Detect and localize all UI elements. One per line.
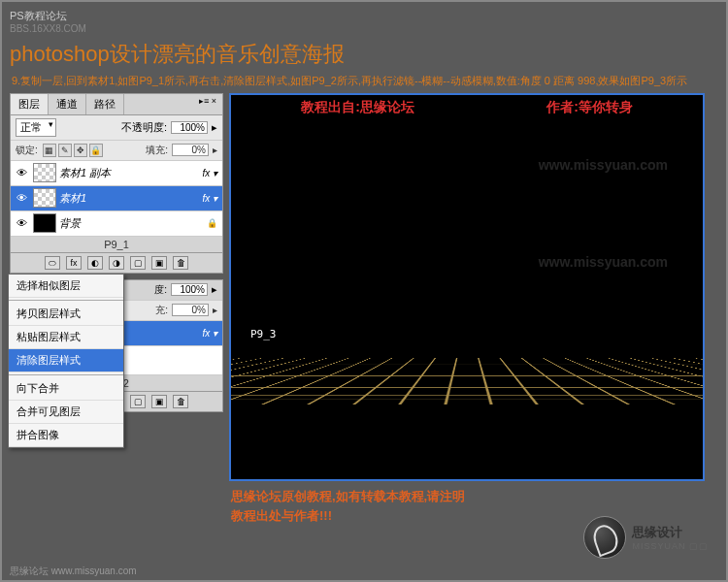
fx-badge[interactable]: fx ▾	[202, 193, 217, 204]
canvas-label: P9_3	[250, 328, 277, 340]
ctx-item[interactable]: 拷贝图层样式	[9, 303, 123, 326]
credit-source: 教程出自:思缘论坛	[301, 99, 414, 116]
lock-transparent-icon[interactable]: ▦	[43, 144, 56, 157]
layer-row[interactable]: 👁背景🔒	[11, 211, 222, 237]
logo-icon	[583, 516, 626, 559]
opacity-input[interactable]: 100%	[171, 121, 208, 134]
trash-icon[interactable]: 🗑	[173, 256, 188, 270]
fill-label: 填充:	[146, 144, 168, 157]
layer-row[interactable]: 👁素材1 副本fx ▾	[11, 161, 222, 186]
fill-input[interactable]: 0%	[172, 144, 209, 156]
lock-paint-icon[interactable]: ✎	[58, 144, 72, 157]
footer-text: 思缘论坛 www.missyuan.com	[10, 565, 137, 578]
step-text: 9.复制一层,回到素材1,如图P9_1所示,再右击,清除图层样式,如图P9_2所…	[2, 73, 726, 89]
logo: 思缘设计 MISSYUAN ▢▢	[583, 516, 709, 559]
layers-list: 👁素材1 副本fx ▾👁素材1fx ▾👁背景🔒	[11, 161, 222, 237]
panel-menu-icon[interactable]: ▸≡ ×	[193, 94, 222, 114]
visibility-icon[interactable]: 👁	[13, 217, 30, 229]
fill-input-2[interactable]: 0%	[172, 304, 209, 316]
figure-label-1: P9_1	[11, 237, 222, 252]
lock-label: 锁定:	[16, 144, 38, 157]
layer-thumb	[33, 163, 56, 182]
blend-mode-select[interactable]: 正常	[16, 118, 56, 137]
fx-icon[interactable]: fx	[66, 256, 82, 270]
forum-label: PS教程论坛	[10, 6, 718, 23]
ctx-item[interactable]: 粘贴图层样式	[9, 326, 123, 349]
opacity-input-2[interactable]: 100%	[171, 283, 208, 296]
perspective-grid	[231, 363, 703, 479]
ctx-item[interactable]: 拼合图像	[9, 424, 123, 447]
ctx-item[interactable]: 向下合并	[9, 377, 123, 401]
mask-icon[interactable]: ◐	[87, 256, 103, 270]
folder-icon[interactable]: ▢	[130, 395, 146, 408]
opacity-label: 不透明度:	[121, 120, 167, 135]
panel-footer: ⬭ fx ◐ ◑ ▢ ▣ 🗑	[11, 252, 222, 273]
layer-thumb	[33, 213, 56, 233]
bbs-url: BBS.16XX8.COM	[10, 23, 718, 34]
trash-icon[interactable]: 🗑	[173, 395, 188, 408]
credit-author: 作者:等你转身	[546, 99, 633, 116]
tab-channels[interactable]: 通道	[49, 94, 86, 114]
canvas-preview: 教程出自:思缘论坛 作者:等你转身 P9_3	[229, 93, 705, 481]
visibility-icon[interactable]: 👁	[13, 192, 30, 204]
adjust-icon[interactable]: ◑	[109, 256, 124, 270]
ctx-item[interactable]: 清除图层样式	[9, 349, 123, 372]
ctx-item[interactable]: 合并可见图层	[9, 401, 123, 424]
tab-paths[interactable]: 路径	[86, 94, 124, 114]
new-layer-icon[interactable]: ▣	[151, 395, 167, 408]
page-title: photoshop设计漂亮的音乐创意海报	[10, 40, 726, 69]
visibility-icon[interactable]: 👁	[13, 167, 30, 178]
new-layer-icon[interactable]: ▣	[151, 256, 167, 270]
lock-move-icon[interactable]: ✥	[74, 144, 87, 157]
fx-badge[interactable]: fx ▾	[202, 168, 217, 178]
layers-panel-1: 图层 通道 路径 ▸≡ × 正常 不透明度: 100%▸ 锁定: ▦✎✥🔒 填充…	[10, 93, 223, 274]
panel-tabs: 图层 通道 路径 ▸≡ ×	[11, 94, 222, 115]
lock-icons: ▦✎✥🔒	[42, 144, 104, 157]
tab-layers[interactable]: 图层	[11, 94, 49, 114]
ctx-item[interactable]: 选择相似图层	[9, 275, 123, 298]
fx-badge[interactable]: fx ▾	[202, 328, 217, 339]
folder-icon[interactable]: ▢	[130, 256, 146, 270]
layer-row[interactable]: 👁素材1fx ▾	[11, 186, 222, 211]
lock-icon: 🔒	[207, 218, 217, 228]
context-menu: 选择相似图层拷贝图层样式粘贴图层样式清除图层样式向下合并合并可见图层拼合图像	[8, 274, 124, 448]
link-icon[interactable]: ⬭	[45, 256, 60, 270]
layer-thumb	[33, 188, 56, 208]
lock-all-icon[interactable]: 🔒	[89, 144, 103, 157]
